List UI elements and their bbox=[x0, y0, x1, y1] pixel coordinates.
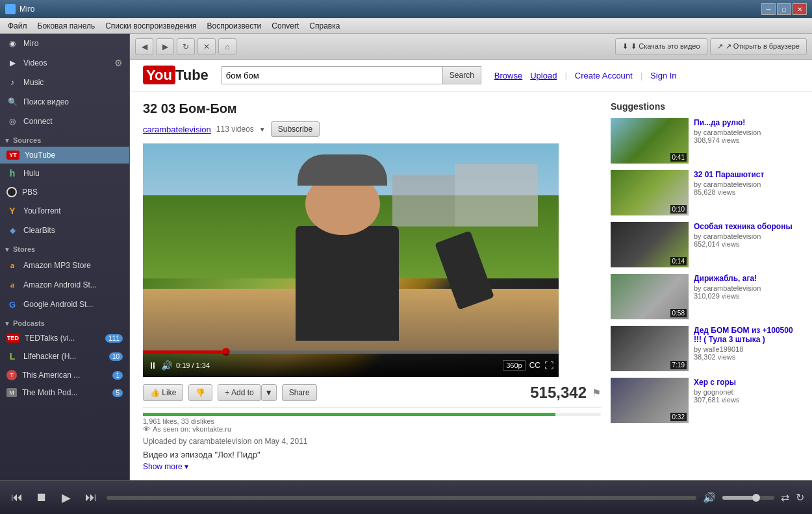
minimize-button[interactable]: ─ bbox=[761, 3, 776, 15]
pause-button[interactable]: ⏸ bbox=[148, 360, 157, 371]
sidebar-item-connect[interactable]: ◎ Connect bbox=[0, 112, 129, 131]
flag-button[interactable]: ⚑ bbox=[592, 387, 601, 399]
volume-slider[interactable] bbox=[722, 496, 774, 500]
suggestion-title-3[interactable]: Дирижабль, ага! bbox=[694, 274, 799, 283]
add-to-dropdown[interactable]: + Add to ▼ bbox=[218, 384, 276, 401]
suggestion-item-1[interactable]: 0:10 32 01 Парашютист by carambatelevisi… bbox=[611, 170, 799, 215]
player-progress-bar[interactable] bbox=[107, 496, 696, 500]
sidebar-item-this-american[interactable]: T This American ... 1 bbox=[0, 366, 129, 384]
sidebar-item-amazon-android[interactable]: a Amazon Android St... bbox=[0, 275, 129, 295]
player-next-button[interactable]: ⏭ bbox=[82, 489, 100, 507]
suggestion-title-1[interactable]: 32 01 Парашютист bbox=[694, 170, 799, 179]
download-icon: ⬇ bbox=[622, 42, 628, 51]
sidebar-item-amazon-mp3[interactable]: a Amazon MP3 Store bbox=[0, 256, 129, 275]
repeat-button[interactable]: ↻ bbox=[796, 491, 804, 504]
add-to-arrow[interactable]: ▼ bbox=[261, 384, 277, 401]
miro-icon: ◉ bbox=[6, 38, 18, 49]
back-button[interactable]: ◀ bbox=[135, 38, 153, 55]
shuffle-button[interactable]: ⇄ bbox=[781, 491, 789, 504]
volume-button[interactable]: 🔊 bbox=[161, 360, 172, 371]
suggestion-title-5[interactable]: Хер с горы bbox=[694, 378, 799, 387]
dislike-button[interactable]: 👎 bbox=[188, 384, 212, 401]
sidebar-item-videos[interactable]: ▶ Videos ⚙ bbox=[0, 53, 129, 73]
yt-nav-links: Browse Upload | Create Account | Sign In bbox=[494, 71, 677, 80]
suggestion-views-5: 307,681 views bbox=[694, 396, 799, 404]
search-icon: 🔍 bbox=[6, 96, 18, 108]
suggestion-thumb-0: 0:41 bbox=[611, 118, 689, 164]
search-button[interactable]: Search bbox=[442, 66, 481, 84]
home-button[interactable]: ⌂ bbox=[218, 38, 236, 55]
channel-row: carambatelevision 113 videos ▼ Subscribe bbox=[143, 121, 601, 137]
sidebar-item-youtube[interactable]: YT YouTube bbox=[0, 147, 129, 164]
suggestion-item-3[interactable]: 0:58 Дирижабль, ага! by carambatelevisio… bbox=[611, 274, 799, 319]
suggestion-title-0[interactable]: Пи...да рулю! bbox=[694, 118, 799, 127]
upload-link[interactable]: Upload bbox=[530, 71, 557, 80]
refresh-button[interactable]: ↻ bbox=[177, 38, 195, 55]
video-controls: ⏸ 🔊 0:19 / 1:34 360p CC ⛶ bbox=[143, 354, 559, 377]
sources-label: Sources bbox=[13, 136, 41, 144]
create-account-link[interactable]: Create Account bbox=[575, 71, 633, 80]
sidebar-item-clearbits[interactable]: ◆ ClearBits bbox=[0, 221, 129, 240]
stores-section: ▼ Stores bbox=[0, 240, 129, 256]
eye-icon: 👁 bbox=[143, 425, 150, 433]
youtube-logo: YouTube bbox=[143, 67, 209, 84]
sidebar-item-hulu[interactable]: h Hulu bbox=[0, 164, 129, 183]
like-fill bbox=[143, 413, 555, 416]
like-button[interactable]: 👍 👍 LikeLike bbox=[143, 384, 183, 401]
share-button[interactable]: Share bbox=[282, 384, 317, 401]
maximize-button[interactable]: □ bbox=[777, 3, 791, 15]
sign-in-link[interactable]: Sign In bbox=[650, 71, 676, 80]
sidebar-item-tedtalks[interactable]: TED TEDTalks (vi... 111 bbox=[0, 330, 129, 347]
channel-link[interactable]: carambatelevision bbox=[143, 125, 211, 134]
player-play-button[interactable]: ▶ bbox=[57, 489, 75, 507]
as-seen: 👁 As seen on: vkontakte.ru bbox=[143, 425, 601, 433]
sidebar-item-lifehacker[interactable]: L Lifehacker (H... 10 bbox=[0, 347, 129, 366]
like-text: 1,961 likes, 33 dislikes bbox=[143, 417, 601, 425]
menu-convert[interactable]: Convert bbox=[266, 20, 304, 32]
dropdown-arrow-icon[interactable]: ▼ bbox=[259, 126, 266, 133]
menu-bar: Файл Боковая панель Списки воспроизведен… bbox=[0, 18, 812, 34]
download-video-button[interactable]: ⬇ ⬇ Скачать это видео bbox=[615, 38, 707, 55]
close-button[interactable]: ✕ bbox=[793, 3, 807, 15]
sidebar-item-moth-pod[interactable]: M The Moth Pod... 5 bbox=[0, 384, 129, 401]
volume-fill bbox=[722, 496, 754, 500]
browse-link[interactable]: Browse bbox=[494, 71, 522, 80]
youtube-icon: YT bbox=[6, 151, 19, 160]
suggestion-item-0[interactable]: 0:41 Пи...да рулю! by carambatelevision … bbox=[611, 118, 799, 164]
stop-button[interactable]: ✕ bbox=[197, 38, 216, 55]
suggestion-item-4[interactable]: 7:19 Дед БОМ БОМ из +100500 !!! ( Тула 3… bbox=[611, 326, 799, 371]
search-input[interactable] bbox=[222, 66, 442, 84]
sidebar-item-youtorrent[interactable]: Y YouTorrent bbox=[0, 201, 129, 221]
suggestion-item-2[interactable]: 0:14 Особая техника обороны by carambate… bbox=[611, 222, 799, 267]
forward-button[interactable]: ▶ bbox=[156, 38, 174, 55]
menu-play[interactable]: Воспроизвести bbox=[201, 20, 266, 32]
menu-sidebar[interactable]: Боковая панель bbox=[32, 20, 101, 32]
fullscreen-button[interactable]: ⛶ bbox=[544, 360, 553, 371]
sidebar-item-google-android[interactable]: G Google Android St... bbox=[0, 295, 129, 314]
player-prev-button[interactable]: ⏮ bbox=[8, 489, 26, 507]
open-browser-button[interactable]: ↗ ↗ Открыть в браузере bbox=[710, 38, 807, 55]
sidebar-item-miro[interactable]: ◉ Miro bbox=[0, 34, 129, 53]
player-stop-button[interactable]: ⏹ bbox=[32, 489, 51, 507]
suggestion-title-4[interactable]: Дед БОМ БОМ из +100500 !!! ( Тула 3 штык… bbox=[694, 326, 799, 344]
menu-file[interactable]: Файл bbox=[3, 20, 32, 32]
sidebar-item-pbs[interactable]: PBS bbox=[0, 183, 129, 201]
menu-help[interactable]: Справка bbox=[304, 20, 345, 32]
captions-button[interactable]: CC bbox=[529, 361, 540, 370]
show-more-button[interactable]: Show more ▾ bbox=[143, 462, 601, 471]
suggestion-channel-4: by walle199018 bbox=[694, 345, 799, 353]
suggestion-item-5[interactable]: 0:32 Хер с горы by gognonet 307,681 view… bbox=[611, 378, 799, 423]
video-count: 113 videos bbox=[216, 125, 254, 134]
window-title: Miro bbox=[19, 5, 761, 14]
suggestion-title-2[interactable]: Особая техника обороны bbox=[694, 222, 799, 231]
sidebar-item-video-search[interactable]: 🔍 Поиск видео bbox=[0, 92, 129, 112]
video-player[interactable]: ⏸ 🔊 0:19 / 1:34 360p CC ⛶ bbox=[143, 143, 559, 377]
sidebar-item-music[interactable]: ♪ Music bbox=[0, 73, 129, 92]
subscribe-button[interactable]: Subscribe bbox=[271, 121, 320, 137]
menu-playlists[interactable]: Списки воспроизведения bbox=[100, 20, 201, 32]
tedtalks-badge: 111 bbox=[105, 334, 123, 343]
suggestion-channel-5: by gognonet bbox=[694, 388, 799, 396]
window-controls[interactable]: ─ □ ✕ bbox=[761, 3, 807, 15]
quality-button[interactable]: 360p bbox=[503, 360, 525, 371]
this-american-icon: T bbox=[6, 370, 17, 380]
